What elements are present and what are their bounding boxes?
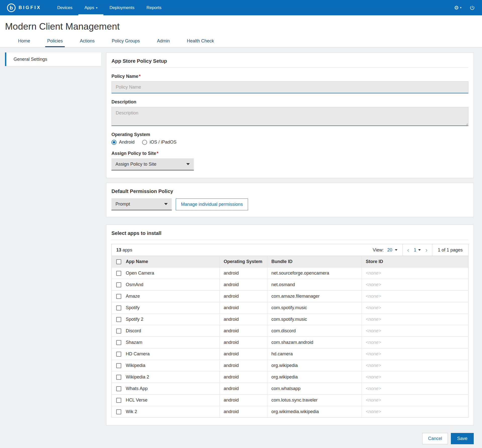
operating-system-cell: android — [219, 371, 267, 383]
assign-site-dropdown[interactable]: Assign Policy to Site — [111, 158, 194, 170]
table-row: Wikipedia 2 android org.wikipedia <none> — [112, 371, 468, 383]
operating-system-cell: android — [219, 395, 267, 406]
store-id-cell: <none> — [362, 337, 468, 348]
header-actions: ⚙ ▾ — [454, 5, 475, 11]
os-radio-label: Android — [119, 140, 135, 145]
manage-permissions-button[interactable]: Manage individual permissions — [176, 199, 248, 210]
app-name-cell: Wikipedia — [126, 363, 145, 368]
page-select[interactable]: 1 — [414, 247, 421, 253]
header-nav-item[interactable]: Apps ▾ — [78, 0, 103, 15]
bundle-id-cell: hd.camera — [267, 348, 362, 360]
app-name-cell: Wik 2 — [126, 409, 137, 414]
table-row: HCL Verse android com.lotus.sync.travele… — [112, 394, 468, 406]
header-nav-label: Deployments — [109, 5, 134, 10]
assign-site-dropdown-value: Assign Policy to Site — [115, 162, 156, 167]
policy-setup-card: App Store Policy Setup Policy Name* Desc… — [106, 52, 474, 178]
row-checkbox[interactable] — [116, 282, 121, 287]
row-checkbox[interactable] — [116, 398, 121, 403]
permission-policy-dropdown[interactable]: Prompt — [111, 198, 172, 210]
tab[interactable]: Health Check — [185, 35, 216, 47]
store-id-cell: <none> — [362, 371, 468, 383]
operating-system-cell: android — [219, 302, 267, 313]
bundle-id-cell: net.sourceforge.opencamera — [267, 268, 362, 279]
top-band: Modern Client Management HomePoliciesAct… — [0, 15, 482, 47]
tab[interactable]: Admin — [155, 35, 172, 47]
header-nav-item[interactable]: Devices — [51, 0, 78, 15]
chevron-down-icon: ▾ — [96, 6, 97, 10]
radio-dot — [113, 141, 115, 144]
row-checkbox[interactable] — [116, 305, 121, 310]
settings-gear-icon[interactable]: ⚙ ▾ — [454, 5, 461, 11]
select-all-checkbox[interactable] — [116, 259, 121, 264]
tab-bar: HomePoliciesActionsPolicy GroupsAdminHea… — [0, 35, 482, 47]
sidebar-item[interactable]: General Settings — [5, 52, 101, 66]
save-button[interactable]: Save — [451, 433, 474, 444]
row-checkbox[interactable] — [116, 317, 121, 322]
tab[interactable]: Policy Groups — [110, 35, 142, 47]
operating-system-cell: android — [219, 360, 267, 371]
row-checkbox[interactable] — [116, 340, 121, 345]
store-id-cell: <none> — [362, 302, 468, 313]
tab[interactable]: Actions — [78, 35, 97, 47]
description-input[interactable] — [111, 107, 468, 126]
bigfix-logo-icon[interactable]: b — [7, 4, 16, 12]
store-id-cell: <none> — [362, 291, 468, 302]
operating-system-cell: android — [219, 291, 267, 302]
apps-card: Select apps to install 13 apps View: 20 — [106, 225, 474, 425]
prev-page-button[interactable]: ‹ — [403, 247, 414, 253]
operating-system-cell: android — [219, 406, 267, 417]
row-checkbox[interactable] — [116, 375, 121, 380]
row-checkbox[interactable] — [116, 409, 121, 414]
os-radio-option[interactable]: iOS / iPadOS — [142, 140, 176, 145]
policy-name-label: Policy Name* — [111, 74, 468, 79]
header-nav-label: Reports — [146, 5, 161, 10]
row-checkbox[interactable] — [116, 386, 121, 391]
store-id-cell: <none> — [362, 383, 468, 394]
cancel-button[interactable]: Cancel — [422, 433, 448, 444]
bundle-id-cell: org.wikimedia.wikipedia — [267, 406, 362, 417]
chevron-down-icon — [186, 163, 190, 165]
operating-system-cell: android — [219, 314, 267, 325]
table-row: Open Camera android net.sourceforge.open… — [112, 267, 468, 279]
table-toolbar: 13 apps View: 20 ‹ 1 — [112, 244, 468, 256]
header-nav-item[interactable]: Reports — [140, 0, 167, 15]
operating-system-cell: android — [219, 337, 267, 348]
os-radio-option[interactable]: Android — [111, 140, 135, 145]
row-checkbox[interactable] — [116, 352, 121, 357]
row-checkbox[interactable] — [116, 271, 121, 276]
policy-name-input[interactable] — [111, 81, 468, 93]
operating-system-label: Operating System — [111, 132, 468, 137]
table-header-row: App Name Operating System Bundle ID Stor… — [112, 256, 468, 267]
pagination: View: 20 ‹ 1 › 1 of 1 pages — [373, 244, 468, 256]
divider — [111, 68, 468, 68]
radio-icon — [111, 140, 116, 145]
page-size-select[interactable]: 20 — [387, 247, 397, 253]
table-row: Wik 2 android org.wikimedia.wikipedia <n… — [112, 406, 468, 417]
next-page-button[interactable]: › — [421, 247, 432, 253]
permission-policy-dropdown-value: Prompt — [115, 202, 130, 207]
pages-text: 1 of 1 pages — [432, 247, 468, 253]
store-id-cell: <none> — [362, 395, 468, 406]
operating-system-cell: android — [219, 279, 267, 290]
power-icon[interactable] — [469, 5, 475, 11]
table-row: Discord android com.discord <none> — [112, 325, 468, 337]
operating-system-cell: android — [219, 383, 267, 394]
radio-dot — [143, 141, 146, 144]
page-title: Modern Client Management — [0, 15, 482, 35]
app-name-cell: Discord — [126, 328, 141, 334]
logo-letter: b — [10, 5, 13, 10]
table-body: Open Camera android net.sourceforge.open… — [112, 267, 468, 417]
table-row: Spotify 2 android com.spotify.music <non… — [112, 313, 468, 325]
header-nav-label: Devices — [57, 5, 72, 10]
bundle-id-cell: org.wikipedia — [267, 371, 362, 383]
table-row: Wikipedia android org.wikipedia <none> — [112, 360, 468, 371]
bundle-id-cell: net.osmand — [267, 279, 362, 290]
header-nav-item[interactable]: Deployments — [103, 0, 140, 15]
row-checkbox[interactable] — [116, 363, 121, 368]
row-checkbox[interactable] — [116, 329, 121, 334]
app-name-cell: Open Camera — [126, 271, 154, 276]
row-checkbox[interactable] — [116, 294, 121, 299]
tab[interactable]: Policies — [45, 35, 65, 47]
bundle-id-cell: com.whatsapp — [267, 383, 362, 394]
tab[interactable]: Home — [16, 35, 32, 47]
